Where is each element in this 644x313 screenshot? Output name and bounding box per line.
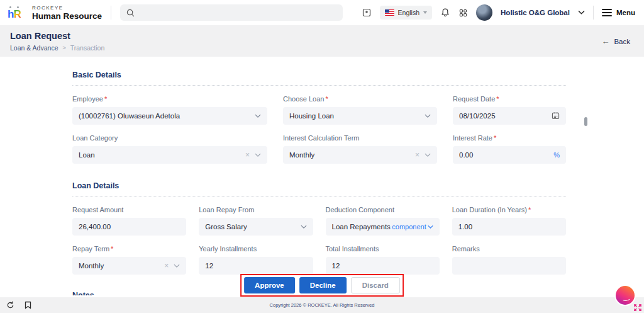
clear-icon[interactable]: ×	[164, 262, 169, 270]
loan-category-select[interactable]: Loan ×	[72, 146, 267, 164]
breadcrumb-separator: >	[62, 45, 65, 51]
required-marker: *	[494, 134, 496, 142]
org-chevron-down-icon[interactable]	[578, 10, 585, 15]
back-button[interactable]: ← Back	[601, 37, 630, 46]
loan-request-form: Basic Details Employee* (10002761) Oluwa…	[0, 57, 644, 297]
approve-button[interactable]: Approve	[244, 277, 295, 293]
annotation-box: Approve Decline Discard	[240, 274, 404, 297]
field-deduction-component: Deduction Component Loan Repayments comp…	[326, 206, 440, 236]
chevron-down-icon	[174, 262, 180, 270]
global-search[interactable]	[120, 4, 343, 21]
field-loan-duration: Loan Duration (In Years)*	[452, 206, 566, 236]
clear-icon[interactable]: ×	[415, 151, 419, 159]
brand-product: Human Resource	[32, 11, 102, 21]
divider	[593, 6, 594, 20]
back-arrow-icon: ←	[601, 37, 609, 46]
total-installments-input[interactable]	[332, 262, 433, 270]
total-installments-field[interactable]	[326, 257, 440, 275]
chevron-down-icon	[425, 151, 431, 159]
percent-suffix: %	[553, 151, 560, 159]
language-selector[interactable]: English	[380, 6, 432, 20]
field-repay-from: Loan Repay From Gross Salary	[199, 206, 313, 236]
assistant-chat-button[interactable]	[614, 285, 636, 306]
bookmark-add-icon[interactable]	[362, 8, 372, 18]
notifications-bell-icon[interactable]	[440, 8, 450, 18]
choose-loan-select[interactable]: Housing Loan	[283, 107, 437, 125]
page-title: Loan Request	[10, 31, 634, 41]
interest-term-select[interactable]: Monthly ×	[283, 146, 437, 164]
breadcrumb: Loan & Advance > Transaction	[10, 44, 634, 52]
language-label: English	[398, 9, 419, 16]
main-menu-button[interactable]: Menu	[602, 9, 635, 16]
search-input[interactable]	[140, 9, 336, 16]
required-marker: *	[528, 206, 531, 213]
remarks-field[interactable]	[452, 257, 566, 275]
fullscreen-expand-icon[interactable]	[634, 304, 641, 311]
interest-rate-input[interactable]	[459, 151, 553, 159]
refresh-icon[interactable]	[6, 301, 14, 309]
chevron-down-icon	[423, 11, 427, 14]
chevron-down-icon	[425, 112, 431, 120]
bookmark-icon[interactable]	[25, 301, 31, 309]
chevron-down-icon	[428, 225, 433, 229]
request-date-picker[interactable]	[453, 107, 566, 125]
copyright-text: Copyright 2026 © ROCKEYE. All Rights Res…	[270, 302, 375, 308]
required-marker: *	[104, 95, 107, 103]
us-flag-icon	[385, 9, 394, 16]
scrollbar-thumb[interactable]	[584, 117, 587, 126]
interest-rate-field[interactable]: %	[453, 146, 566, 164]
repay-term-select[interactable]: Monthly ×	[72, 257, 186, 275]
field-request-amount: Request Amount	[72, 206, 186, 236]
request-amount-input[interactable]	[79, 223, 180, 230]
field-interest-term: Interest Calculation Term Monthly ×	[283, 134, 437, 164]
hr-logo-icon: hR	[8, 6, 26, 20]
footer-bar: Copyright 2026 © ROCKEYE. All Rights Res…	[0, 297, 644, 313]
search-icon	[126, 9, 135, 17]
breadcrumb-loan-advance[interactable]: Loan & Advance	[10, 44, 58, 52]
field-request-date: Request Date*	[453, 95, 566, 125]
menu-label: Menu	[616, 9, 635, 16]
deduction-component-field[interactable]: Loan Repayments component	[326, 218, 440, 236]
required-marker: *	[325, 95, 328, 103]
required-marker: *	[496, 95, 499, 103]
brand-logo[interactable]: hR ROCKEYE Human Resource	[0, 5, 111, 21]
brand-company: ROCKEYE	[32, 5, 102, 11]
apps-grid-icon[interactable]	[458, 8, 468, 18]
field-loan-category: Loan Category Loan ×	[72, 134, 267, 164]
component-link[interactable]: component	[392, 223, 433, 230]
divider	[111, 6, 111, 20]
field-yearly-installments: Yearly Installments	[199, 245, 313, 275]
discard-button[interactable]: Discard	[351, 277, 400, 293]
section-basic-details: Basic Details	[72, 57, 566, 86]
request-date-input[interactable]	[459, 112, 552, 120]
page-header: Loan Request Loan & Advance > Transactio…	[0, 25, 644, 57]
chevron-down-icon	[301, 223, 307, 230]
request-amount-field[interactable]	[72, 218, 186, 236]
user-avatar[interactable]	[476, 4, 492, 21]
required-marker: *	[111, 245, 113, 253]
section-loan-details: Loan Details	[72, 164, 566, 196]
employee-select[interactable]: (10002761) Oluwaseun Adetola	[72, 107, 267, 125]
clear-icon[interactable]: ×	[245, 151, 250, 159]
org-switcher-label[interactable]: Holistic O&G Global	[501, 9, 570, 16]
yearly-installments-field[interactable]	[199, 257, 313, 275]
breadcrumb-transaction: Transaction	[70, 44, 104, 52]
field-choose-loan: Choose Loan* Housing Loan	[283, 95, 437, 125]
hamburger-icon	[602, 9, 612, 16]
calendar-icon[interactable]	[552, 111, 560, 121]
remarks-input[interactable]	[458, 262, 560, 270]
field-repay-term: Repay Term* Monthly ×	[72, 245, 186, 275]
field-total-installments: Total Installments	[326, 245, 440, 275]
field-employee: Employee* (10002761) Oluwaseun Adetola	[72, 95, 267, 125]
field-remarks: Remarks	[452, 245, 566, 275]
field-interest-rate: Interest Rate* %	[453, 134, 566, 164]
repay-from-select[interactable]: Gross Salary	[199, 218, 313, 236]
back-label: Back	[614, 38, 630, 45]
top-navbar: hR ROCKEYE Human Resource English Holist…	[0, 0, 644, 25]
chevron-down-icon	[255, 112, 261, 120]
yearly-installments-input[interactable]	[205, 262, 306, 270]
loan-duration-input[interactable]	[458, 223, 560, 230]
chevron-down-icon	[255, 151, 261, 159]
loan-duration-field[interactable]	[452, 218, 566, 236]
decline-button[interactable]: Decline	[299, 277, 347, 293]
